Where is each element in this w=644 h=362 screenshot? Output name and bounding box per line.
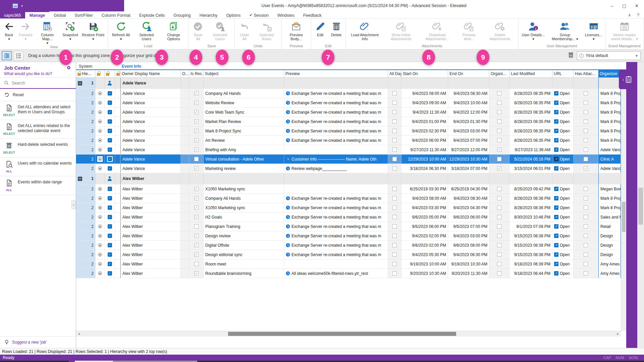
flat-view-toggle[interactable] [13,51,23,60]
organizer-name-cell[interactable]: Mark 8 Proje [598,108,621,117]
organizer-flag-cell[interactable] [489,250,509,259]
owner-cell[interactable]: Alex Wilber [120,259,181,268]
url-cell[interactable]: Open [552,155,574,164]
preview-cell[interactable]: Customer Info -------------------- Name:… [284,155,388,164]
occ-cell[interactable] [181,117,189,126]
col-header-allday[interactable]: All Day [388,70,401,77]
organizer-name-cell[interactable]: Design [598,241,621,250]
row-type-cell[interactable] [96,231,105,240]
end-on-cell[interactable]: 9/20/2023 11:30 AM [448,269,489,278]
occ-cell[interactable] [181,231,189,240]
url-cell[interactable]: Open [552,136,574,145]
end-on-cell[interactable]: 9/4/2023 03:00 PM [448,231,489,240]
occ-cell[interactable] [181,250,189,259]
hierarchy-level-cell[interactable]: 2 [76,126,96,135]
organizer-flag-cell[interactable] [489,136,509,145]
end-on-cell[interactable]: 9/6/2023 06:00 PM [448,213,489,222]
event-row[interactable]: 2✓Adele Vance✓Website ReviewExchange Ser… [76,98,621,108]
row-type-cell[interactable] [96,98,105,107]
col-header-prev[interactable]: Preview [284,70,388,77]
preview-cell[interactable]: Exchange Server re-created a meeting tha… [284,136,388,145]
row-type-cell[interactable] [96,145,105,154]
all-day-cell[interactable] [388,117,401,126]
start-on-cell[interactable]: 9/4/2023 11:30 AM [401,108,448,117]
tab-session[interactable]: ✔Session [245,11,273,18]
is-recurring-cell[interactable]: ✓ [189,241,204,250]
grid-horizontal-scrollbar[interactable]: ◄ ► [76,331,621,337]
tab-hierarchy[interactable]: Hierarchy [195,11,222,18]
event-row[interactable]: 2✓Alex Wilber✓H2 GoalsExchange Server re… [76,213,621,222]
is-recurring-checkbox[interactable]: ✓ [194,252,199,257]
is-recurring-cell[interactable]: ✓ [189,231,204,240]
job-item-get-all-entries-related-to-the[interactable]: SELECTGet ALL entries related to the sel… [0,120,76,139]
is-recurring-checkbox[interactable]: ✓ [194,147,199,152]
is-recurring-cell[interactable]: ✓ [189,164,204,173]
window-scroll-thumb[interactable] [638,188,643,225]
owner-cell[interactable]: Alex Wilber [120,222,181,231]
hierarchy-level-cell[interactable]: 2 [76,259,96,268]
col-header-occ[interactable]: O... [181,70,189,77]
grid-vertical-scrollbar[interactable]: ▲ [621,78,626,331]
owner-cell[interactable]: Alex Wilber [120,231,181,240]
organizer-flag-cell[interactable] [489,194,509,203]
has-attachments-cell[interactable] [574,155,598,164]
all-day-checkbox[interactable] [392,129,397,133]
preview-cell[interactable]: Exchange Server re-created a meeting tha… [284,126,388,135]
open-link[interactable]: Open [560,147,570,152]
is-recurring-checkbox[interactable]: ✓ [194,138,199,142]
help-icon[interactable]: ? [637,13,639,17]
all-day-cell[interactable] [388,259,401,268]
hierarchy-level-cell[interactable]: 2 [76,203,96,212]
collapse-group-icon[interactable]: − [78,177,82,181]
organizer-name-cell[interactable]: Mark 8 Proje [598,126,621,135]
end-on-cell[interactable]: 3/18/2024 07:00 PM [448,164,489,173]
event-row[interactable]: 2✓Adele Vance✓Art ReviewExchange Server … [76,136,621,145]
has-attachments-checkbox[interactable] [584,110,588,114]
has-attachments-checkbox[interactable] [584,262,588,266]
row-calendar-cell[interactable]: ✓ [105,203,115,212]
end-on-cell[interactable]: 9/4/2023 06:30 PM [448,250,489,259]
row-type-cell[interactable] [96,108,105,117]
has-attachments-cell[interactable] [574,89,598,98]
end-on-cell[interactable]: 9/19/2023 10:30 AM [448,259,489,268]
has-attachments-cell[interactable] [574,136,598,145]
is-recurring-checkbox[interactable] [194,262,199,266]
all-day-cell[interactable] [388,194,401,203]
all-day-cell[interactable] [388,89,401,98]
subject-cell[interactable]: X1050 Marketing sync [204,184,284,193]
open-link[interactable]: Open [560,129,570,133]
delete-button[interactable]: Delete [329,20,344,37]
organizer-checkbox[interactable] [497,205,501,210]
row-calendar-cell[interactable]: ✓ [105,126,115,135]
has-attachments-checkbox[interactable]: ✓ [584,166,588,171]
url-cell[interactable]: Open [552,250,574,259]
occ-cell[interactable] [181,98,189,107]
open-link[interactable]: Open [560,234,570,238]
open-link[interactable]: Open [560,252,570,257]
all-day-checkbox[interactable] [392,119,397,124]
all-day-cell[interactable] [388,203,401,212]
row-calendar-cell[interactable]: ✓ [105,145,115,154]
event-row[interactable]: 2✓Adele Vance✓Briefing with Amy9/27/2023… [76,145,621,155]
start-on-cell[interactable]: 6/25/2019 03:30 PM [401,184,448,193]
row-type-cell[interactable] [96,126,105,135]
owner-cell[interactable]: Adele Vance [120,145,181,154]
col-header-i2[interactable] [105,70,115,77]
column-map-button[interactable]: Column Map... ▾ [34,20,60,45]
hierarchy-level-cell[interactable]: 2 [76,164,96,173]
preview-cell[interactable]: Exchange Server re-created a meeting tha… [284,203,388,212]
end-on-cell[interactable]: 9/5/2023 07:00 PM [448,222,489,231]
end-on-cell[interactable]: 9/4/2023 04:30 PM [448,203,489,212]
owner-cell[interactable]: Alex Wilber [120,203,181,212]
last-modified-cell[interactable]: 8/28/2023 08:35 PM [509,117,552,126]
preview-cell[interactable]: Exchange Server re-created a meeting tha… [284,231,388,240]
hierarchy-level-cell[interactable]: 2 [76,213,96,222]
event-row[interactable]: 2✓Alex WilberPlanogram TrainingExchange … [76,222,621,231]
is-recurring-checkbox[interactable] [194,157,199,161]
hierarchy-level-cell[interactable]: −1 [76,173,96,184]
all-day-checkbox[interactable] [392,110,397,114]
row-type-cell[interactable] [96,136,105,145]
subject-cell[interactable]: X1050 Marketing sync [204,203,284,212]
organizer-name-cell[interactable]: Amy Ames Al [598,269,621,278]
url-cell[interactable]: Open [552,241,574,250]
